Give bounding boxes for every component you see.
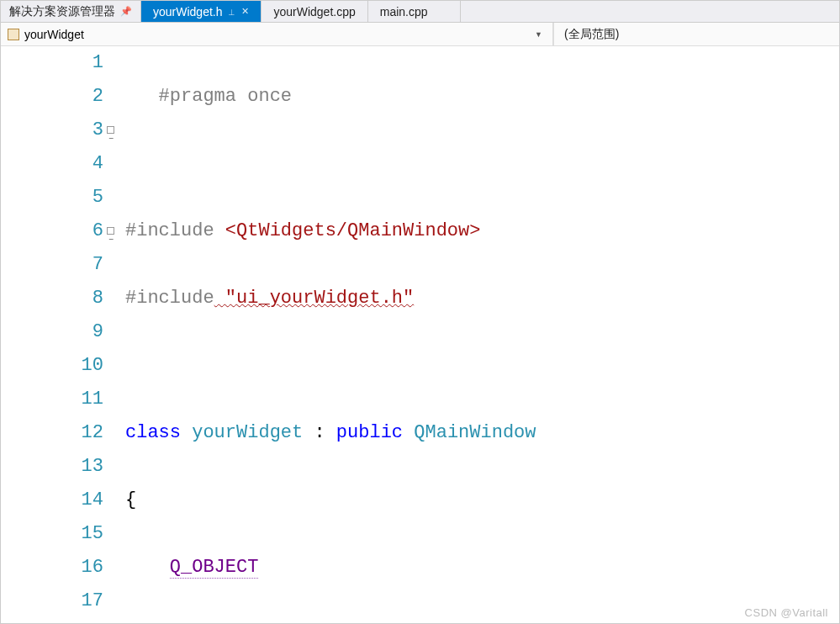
- fold-toggle-icon[interactable]: [107, 126, 114, 134]
- solution-explorer-label: 解决方案资源管理器: [9, 4, 115, 19]
- code-line: #include "ui_yourWidget.h": [125, 282, 839, 315]
- line-number: 15: [1, 517, 103, 551]
- line-number: 1: [1, 46, 103, 80]
- tab-main-cpp[interactable]: main.cpp: [368, 1, 461, 22]
- fold-toggle-icon[interactable]: [107, 227, 114, 235]
- code-line: {: [125, 484, 839, 517]
- code-line: class yourWidget : public QMainWindow: [125, 416, 839, 450]
- code-line: #pragma once: [125, 80, 839, 114]
- code-line: [125, 349, 839, 383]
- tab-yourwidget-cpp[interactable]: yourWidget.cpp: [262, 1, 367, 22]
- solution-explorer-tab[interactable]: 解决方案资源管理器 📌: [1, 1, 141, 22]
- line-number: 3: [1, 114, 103, 147]
- line-number: 16: [1, 551, 103, 584]
- line-number-gutter: 1 2 3 4 5 6 7 8 9 10 11 12 13 14 15 16 1…: [1, 46, 119, 623]
- watermark: CSDN @Varitall: [745, 606, 828, 619]
- line-number: 6: [1, 214, 103, 248]
- code-content[interactable]: #pragma once #include <QtWidgets/QMainWi…: [119, 46, 839, 623]
- line-number: 17: [1, 584, 103, 618]
- line-number: 13: [1, 450, 103, 484]
- code-line: [125, 618, 839, 624]
- close-icon[interactable]: ✕: [241, 6, 249, 17]
- line-number: 4: [1, 147, 103, 181]
- navigation-bar: yourWidget ▼ (全局范围): [1, 23, 839, 46]
- line-number: 8: [1, 282, 103, 315]
- code-line: [125, 147, 839, 181]
- code-editor[interactable]: 1 2 3 4 5 6 7 8 9 10 11 12 13 14 15 16 1…: [1, 46, 839, 623]
- chevron-down-icon: ▼: [535, 30, 546, 39]
- code-line: Q_OBJECT: [125, 551, 839, 584]
- line-number: 14: [1, 484, 103, 517]
- code-line: #include <QtWidgets/QMainWindow>: [125, 214, 839, 248]
- scope-left-label: yourWidget: [24, 28, 84, 41]
- line-number: 7: [1, 248, 103, 282]
- tab-label: yourWidget.cpp: [273, 5, 355, 19]
- tab-yourwidget-h[interactable]: yourWidget.h ⟂ ✕: [141, 1, 262, 22]
- scope-selector-left[interactable]: yourWidget ▼: [1, 23, 553, 45]
- tab-label: main.cpp: [380, 5, 428, 19]
- scope-selector-right[interactable]: (全局范围): [553, 23, 839, 45]
- tab-label: yourWidget.h: [153, 5, 222, 19]
- class-icon: [8, 29, 19, 40]
- line-number: 5: [1, 181, 103, 214]
- pin-icon[interactable]: 📌: [120, 6, 132, 17]
- line-number: 10: [1, 349, 103, 383]
- scope-right-label: (全局范围): [564, 27, 619, 42]
- pin-icon[interactable]: ⟂: [229, 7, 235, 17]
- line-number: 11: [1, 383, 103, 416]
- line-number: 9: [1, 315, 103, 349]
- line-number: 2: [1, 80, 103, 114]
- line-number: 12: [1, 416, 103, 450]
- tab-row: 解决方案资源管理器 📌 yourWidget.h ⟂ ✕ yourWidget.…: [1, 1, 839, 23]
